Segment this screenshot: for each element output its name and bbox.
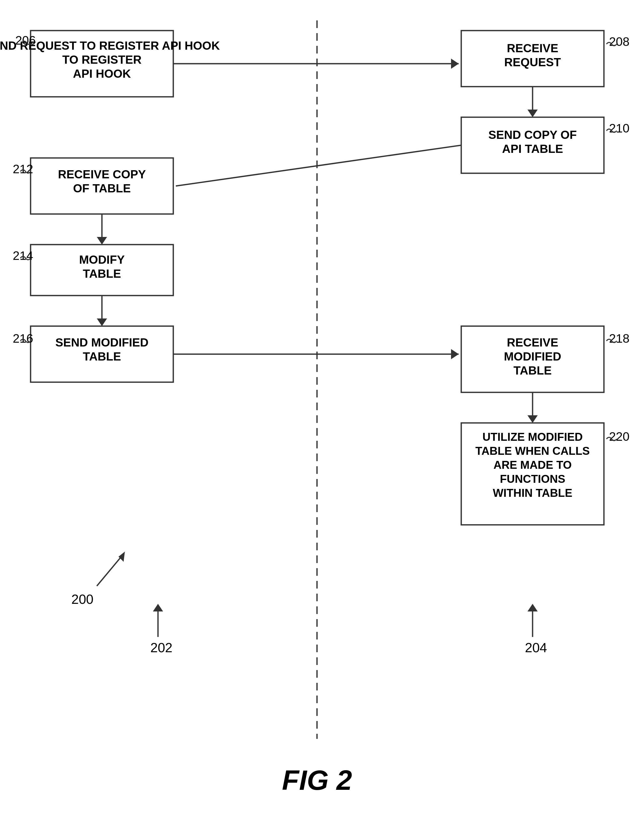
svg-text:FUNCTIONS: FUNCTIONS [500, 473, 566, 485]
svg-text:TABLE WHEN CALLS: TABLE WHEN CALLS [476, 445, 590, 457]
box-218: RECEIVE MODIFIED TABLE 218 [461, 326, 629, 392]
ref-218: 218 [609, 332, 629, 345]
svg-text:MODIFIED: MODIFIED [504, 350, 561, 363]
ref-200: 200 [71, 592, 93, 606]
svg-text:RECEIVE: RECEIVE [507, 336, 558, 349]
svg-text:API HOOK: API HOOK [73, 67, 131, 80]
svg-text:OF TABLE: OF TABLE [73, 182, 131, 195]
box-212: RECEIVE COPY OF TABLE 212 [13, 158, 173, 214]
svg-text:TABLE: TABLE [83, 267, 121, 280]
svg-text:TABLE: TABLE [83, 350, 121, 363]
box-210: SEND COPY OF API TABLE 210 [461, 117, 629, 173]
svg-text:RECEIVE COPY: RECEIVE COPY [58, 167, 146, 181]
svg-text:MODIFY: MODIFY [79, 253, 125, 266]
ref-216: 216 [13, 332, 33, 345]
ref-210: 210 [609, 122, 629, 135]
svg-text:TABLE: TABLE [514, 364, 552, 377]
diagram: SEND REQUEST TO REGISTER API HOOK TO REG… [0, 0, 634, 840]
ref-204: 204 [525, 640, 547, 655]
ref-208: 208 [609, 35, 629, 48]
ref-214: 214 [13, 249, 33, 262]
box-216: SEND MODIFIED TABLE 216 [13, 326, 173, 382]
fig-label: FIG 2 [282, 764, 352, 796]
box-208: RECEIVE REQUEST 208 [461, 31, 629, 87]
ref-212: 212 [13, 162, 33, 176]
svg-text:SEND COPY OF: SEND COPY OF [489, 128, 577, 141]
ref-220: 220 [609, 430, 629, 443]
svg-text:WITHIN TABLE: WITHIN TABLE [493, 486, 572, 499]
ref-206: 206 [15, 34, 36, 47]
svg-text:API TABLE: API TABLE [502, 142, 563, 155]
box-214: MODIFY TABLE 214 [13, 245, 173, 295]
svg-text:TO REGISTER: TO REGISTER [62, 53, 142, 66]
box-220: UTILIZE MODIFIED TABLE WHEN CALLS ARE MA… [461, 423, 629, 525]
svg-text:UTILIZE MODIFIED: UTILIZE MODIFIED [482, 431, 583, 443]
svg-text:RECEIVE: RECEIVE [507, 41, 558, 55]
svg-text:REQUEST: REQUEST [504, 55, 561, 69]
ref-202: 202 [150, 640, 172, 655]
svg-text:ARE MADE TO: ARE MADE TO [493, 459, 572, 471]
svg-text:SEND MODIFIED: SEND MODIFIED [55, 336, 148, 349]
